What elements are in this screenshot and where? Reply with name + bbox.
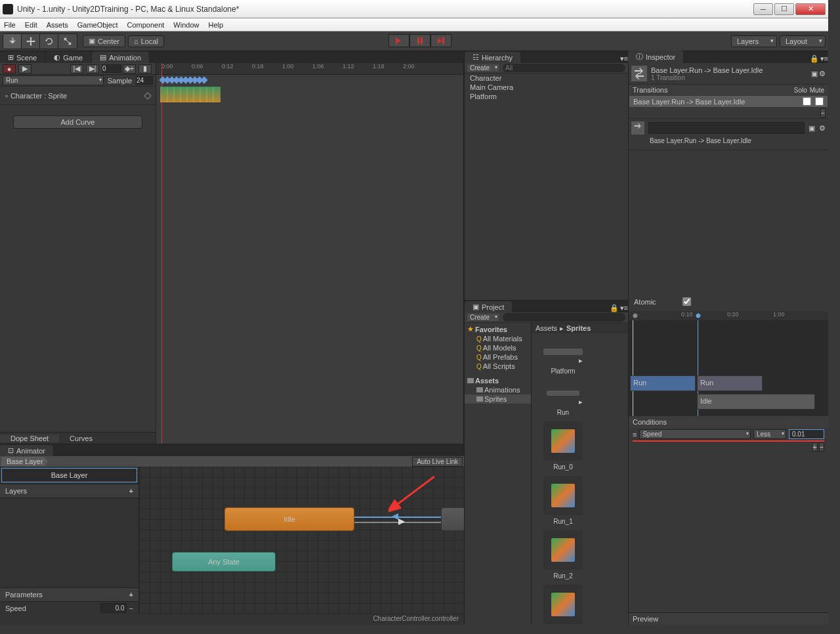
- project-create-button[interactable]: Create: [467, 314, 499, 321]
- settings-icon[interactable]: ⚙: [819, 124, 826, 133]
- playhead[interactable]: [161, 63, 162, 444]
- asset-run-3[interactable]: [537, 585, 589, 624]
- add-key-button[interactable]: ◆+: [123, 64, 136, 74]
- add-layer-button[interactable]: +: [129, 487, 133, 495]
- transition-timeline[interactable]: ⬢ 0:10 ⬢ 0:20 1:00 Run Run Idle: [629, 311, 828, 416]
- folder-animations[interactable]: Animations: [465, 385, 531, 394]
- maximize-button[interactable]: ☐: [774, 3, 794, 15]
- move-tool-button[interactable]: [22, 34, 40, 49]
- trans-block-run[interactable]: Run: [630, 375, 696, 391]
- add-parameter-button[interactable]: +: [129, 591, 133, 599]
- transition-name-field[interactable]: [648, 122, 805, 134]
- menu-gameobject[interactable]: GameObject: [77, 21, 118, 29]
- panel-menu-icon[interactable]: ▾≡: [620, 304, 628, 312]
- clip-dropdown[interactable]: Run: [3, 75, 104, 85]
- rotate-tool-button[interactable]: [40, 34, 58, 49]
- state-idle[interactable]: Idle: [224, 507, 354, 531]
- lock-icon[interactable]: 🔒: [810, 54, 819, 63]
- close-button[interactable]: ✕: [795, 3, 826, 15]
- pause-button[interactable]: [410, 34, 430, 47]
- property-row[interactable]: ▫ Character : Sprite: [0, 87, 156, 105]
- curves-tab[interactable]: Curves: [59, 434, 103, 442]
- asset-run-2[interactable]: Run_2: [537, 530, 589, 580]
- hierarchy-search-input[interactable]: [503, 64, 625, 72]
- layer-base[interactable]: Base Layer: [1, 468, 137, 482]
- menu-edit[interactable]: Edit: [25, 21, 37, 29]
- assets-folder[interactable]: Assets: [465, 376, 531, 385]
- add-curve-button[interactable]: Add Curve: [13, 116, 142, 129]
- tab-inspector[interactable]: ⓘInspector: [628, 51, 683, 63]
- expand-icon[interactable]: ▸: [579, 398, 583, 406]
- play-button[interactable]: [388, 34, 410, 47]
- anim-play-button[interactable]: ▶: [18, 64, 32, 74]
- layers-dropdown[interactable]: Layers: [731, 35, 777, 47]
- frame-field[interactable]: [102, 64, 121, 73]
- drag-handle-icon[interactable]: ≡: [633, 431, 637, 438]
- atomic-checkbox[interactable]: [682, 297, 691, 306]
- layout-dropdown[interactable]: Layout: [780, 35, 826, 47]
- auto-live-link-button[interactable]: Auto Live Link: [412, 457, 463, 467]
- asset-run-0[interactable]: Run_0: [537, 421, 589, 471]
- fav-all-prefabs[interactable]: QAll Prefabs: [465, 352, 531, 362]
- tab-animation[interactable]: ▤Animation: [92, 52, 149, 63]
- help-icon[interactable]: ▣: [808, 124, 815, 133]
- state-any[interactable]: Any State: [172, 552, 276, 572]
- remove-transition-button[interactable]: −: [820, 108, 826, 117]
- asset-run[interactable]: ▸ Run: [537, 380, 589, 416]
- tab-project[interactable]: ▣Project: [465, 301, 512, 312]
- sample-field[interactable]: [136, 76, 153, 85]
- panel-menu-icon[interactable]: ▾≡: [620, 54, 628, 63]
- hierarchy-item-camera[interactable]: Main Camera: [465, 83, 628, 92]
- menu-file[interactable]: File: [4, 21, 16, 29]
- transition-list-item[interactable]: Base Layer.Run -> Base Layer.Idle: [629, 96, 828, 107]
- menu-component[interactable]: Component: [127, 21, 164, 29]
- pivot-local-button[interactable]: ⌂Local: [128, 35, 164, 47]
- fav-all-scripts[interactable]: QAll Scripts: [465, 362, 531, 371]
- expand-icon[interactable]: ▸: [579, 356, 583, 365]
- panel-menu-icon[interactable]: ▾≡: [820, 54, 828, 63]
- favorites-header[interactable]: ★Favorites: [465, 324, 531, 334]
- trans-block-run2[interactable]: Run: [697, 375, 763, 391]
- solo-checkbox[interactable]: [803, 97, 811, 106]
- prev-key-button[interactable]: |◀: [70, 64, 83, 74]
- pivot-center-button[interactable]: ▣Center: [83, 35, 125, 47]
- add-condition-button[interactable]: +: [812, 442, 817, 452]
- fav-all-models[interactable]: QAll Models: [465, 343, 531, 352]
- parameter-speed[interactable]: Speed −: [0, 602, 138, 614]
- asset-platform[interactable]: ▸ Platform: [537, 339, 589, 375]
- menu-help[interactable]: Help: [208, 21, 223, 29]
- timeline-area[interactable]: 0:00 0:06 0:12 0:18 1:00 1:06 1:12 1:18 …: [156, 63, 463, 444]
- tab-animator[interactable]: ⊡Animator: [0, 445, 53, 456]
- minimize-button[interactable]: ─: [753, 3, 773, 15]
- fav-all-materials[interactable]: QAll Materials: [465, 334, 531, 343]
- dope-sheet-tab[interactable]: Dope Sheet: [0, 434, 59, 442]
- add-event-button[interactable]: ▮: [138, 64, 152, 74]
- breadcrumb-sprites[interactable]: Sprites: [566, 324, 591, 332]
- mute-checkbox[interactable]: [815, 97, 824, 106]
- tab-scene[interactable]: ⊞Scene: [0, 52, 45, 63]
- settings-icon[interactable]: ⚙: [819, 70, 826, 78]
- condition-value-field[interactable]: [789, 429, 824, 439]
- hierarchy-item-platform[interactable]: Platform: [465, 92, 628, 101]
- condition-param-dropdown[interactable]: Speed: [639, 429, 751, 439]
- folder-sprites[interactable]: Sprites: [465, 394, 531, 404]
- state-graph[interactable]: Idle Run Any State: [139, 467, 464, 614]
- breadcrumb-base-layer[interactable]: Base Layer: [1, 457, 49, 466]
- state-run[interactable]: Run: [441, 507, 464, 531]
- project-search-input[interactable]: [503, 313, 625, 322]
- hierarchy-create-button[interactable]: Create: [467, 64, 499, 72]
- hand-tool-button[interactable]: [3, 34, 22, 49]
- marker-icon[interactable]: ⬢: [696, 312, 701, 319]
- lock-icon[interactable]: 🔒: [610, 304, 619, 312]
- condition-op-dropdown[interactable]: Less: [753, 429, 786, 439]
- tab-game[interactable]: ◐Game: [46, 52, 91, 63]
- record-button[interactable]: ●: [3, 64, 16, 74]
- parameter-value-field[interactable]: [100, 603, 127, 613]
- remove-condition-button[interactable]: −: [819, 442, 824, 452]
- menu-window[interactable]: Window: [173, 21, 199, 29]
- transition-line-2[interactable]: [354, 522, 441, 523]
- help-icon[interactable]: ▣: [811, 70, 818, 78]
- tab-hierarchy[interactable]: ☷Hierarchy: [465, 52, 520, 63]
- breadcrumb-assets[interactable]: Assets: [536, 324, 557, 332]
- asset-run-1[interactable]: Run_1: [537, 476, 589, 525]
